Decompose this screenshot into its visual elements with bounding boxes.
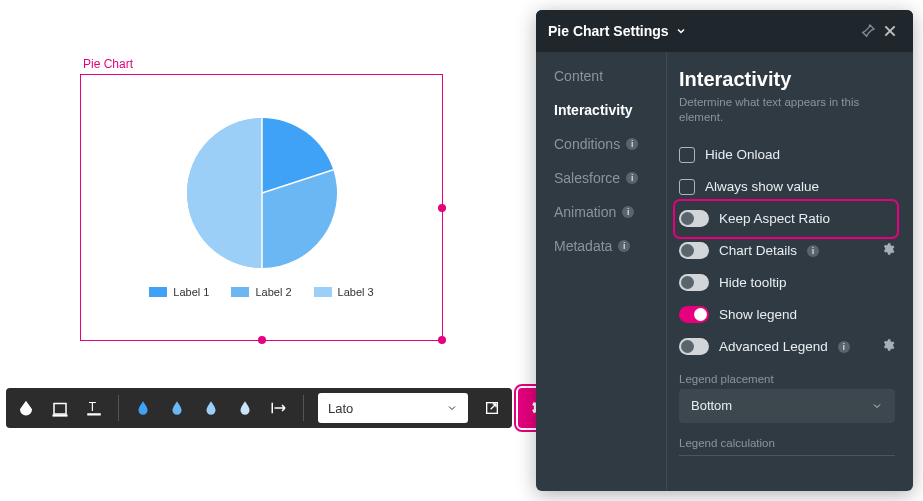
option-always-show-value[interactable]: Always show value: [679, 171, 895, 203]
info-icon: i: [626, 138, 638, 150]
toggle[interactable]: [679, 306, 709, 323]
color-drop-2[interactable]: [163, 394, 191, 422]
legend-placement-select[interactable]: Bottom: [679, 389, 895, 423]
row-gear-icon[interactable]: [881, 242, 895, 259]
chart-legend: Label 1 Label 2 Label 3: [149, 286, 373, 298]
option-label: Advanced Legend: [719, 339, 828, 354]
row-gear-icon[interactable]: [881, 338, 895, 355]
pie-chart: [187, 118, 337, 268]
border-icon[interactable]: [46, 394, 74, 422]
legend-swatch: [314, 287, 332, 297]
option-keep-aspect-ratio[interactable]: Keep Aspect Ratio: [677, 203, 895, 235]
panel-title[interactable]: Pie Chart Settings: [548, 23, 687, 39]
font-name: Lato: [328, 401, 353, 416]
resize-handle-right[interactable]: [438, 204, 446, 212]
checkbox[interactable]: [679, 147, 695, 163]
settings-panel: Pie Chart Settings Content Interactivity…: [536, 10, 913, 491]
legend-label: Label 3: [338, 286, 374, 298]
fill-icon[interactable]: [12, 394, 40, 422]
tab-salesforce[interactable]: Salesforcei: [554, 170, 666, 186]
legend-calc-label: Legend calculation: [679, 437, 895, 449]
panel-content: Interactivity Determine what text appear…: [666, 52, 913, 491]
info-icon: i: [626, 172, 638, 184]
toolbar-dark-group: T Lato: [6, 388, 512, 428]
option-label: Keep Aspect Ratio: [719, 211, 830, 226]
info-icon: i: [618, 240, 630, 252]
legend-label: Label 2: [255, 286, 291, 298]
chevron-down-icon: [675, 25, 687, 37]
svg-text:T: T: [89, 400, 97, 414]
legend-swatch: [231, 287, 249, 297]
option-label: Always show value: [705, 179, 819, 194]
tab-conditions[interactable]: Conditionsi: [554, 136, 666, 152]
panel-header: Pie Chart Settings: [536, 10, 913, 52]
resize-handle-bottom[interactable]: [258, 336, 266, 344]
svg-rect-6: [87, 413, 101, 415]
option-label: Chart Details: [719, 243, 797, 258]
separator: [118, 395, 119, 421]
chart-frame[interactable]: Label 1 Label 2 Label 3: [80, 74, 443, 341]
select-value: Bottom: [691, 398, 732, 413]
toggle[interactable]: [679, 210, 709, 227]
pin-icon[interactable]: [857, 20, 879, 42]
option-advanced-legend[interactable]: Advanced Legend i: [679, 331, 895, 363]
info-icon: i: [838, 341, 850, 353]
separator: [303, 395, 304, 421]
legend-item: Label 3: [314, 286, 374, 298]
color-drop-1[interactable]: [129, 394, 157, 422]
svg-rect-3: [54, 404, 66, 415]
legend-placement-label: Legend placement: [679, 373, 895, 385]
legend-label: Label 1: [173, 286, 209, 298]
text-color-icon[interactable]: T: [80, 394, 108, 422]
info-icon: i: [622, 206, 634, 218]
popout-icon[interactable]: [478, 394, 506, 422]
chart-canvas[interactable]: Pie Chart Label 1 Label 2 Label 3: [80, 74, 443, 358]
tab-animation[interactable]: Animationi: [554, 204, 666, 220]
section-subtext: Determine what text appears in this elem…: [679, 95, 879, 125]
chevron-down-icon: [446, 402, 458, 414]
option-label: Hide Onload: [705, 147, 780, 162]
option-chart-details[interactable]: Chart Details i: [679, 235, 895, 267]
chart-title: Pie Chart: [83, 57, 133, 71]
divider: [679, 455, 895, 456]
color-drop-3[interactable]: [197, 394, 225, 422]
section-heading: Interactivity: [679, 68, 895, 91]
toggle[interactable]: [679, 242, 709, 259]
legend-item: Label 1: [149, 286, 209, 298]
option-hide-tooltip[interactable]: Hide tooltip: [679, 267, 895, 299]
checkbox[interactable]: [679, 179, 695, 195]
toggle[interactable]: [679, 274, 709, 291]
resize-handle-corner[interactable]: [438, 336, 446, 344]
legend-item: Label 2: [231, 286, 291, 298]
panel-tabs: Content Interactivity Conditionsi Salesf…: [536, 52, 666, 491]
tab-interactivity[interactable]: Interactivity: [554, 102, 666, 118]
tab-content[interactable]: Content: [554, 68, 666, 84]
option-hide-onload[interactable]: Hide Onload: [679, 139, 895, 171]
option-show-legend[interactable]: Show legend: [679, 299, 895, 331]
legend-swatch: [149, 287, 167, 297]
tab-metadata[interactable]: Metadatai: [554, 238, 666, 254]
chevron-down-icon: [871, 400, 883, 412]
spacing-icon[interactable]: [265, 394, 293, 422]
color-drop-4[interactable]: [231, 394, 259, 422]
close-icon[interactable]: [879, 20, 901, 42]
toggle[interactable]: [679, 338, 709, 355]
option-label: Show legend: [719, 307, 797, 322]
font-select[interactable]: Lato: [318, 393, 468, 423]
info-icon: i: [807, 245, 819, 257]
option-label: Hide tooltip: [719, 275, 787, 290]
toolbar: T Lato: [6, 386, 600, 430]
